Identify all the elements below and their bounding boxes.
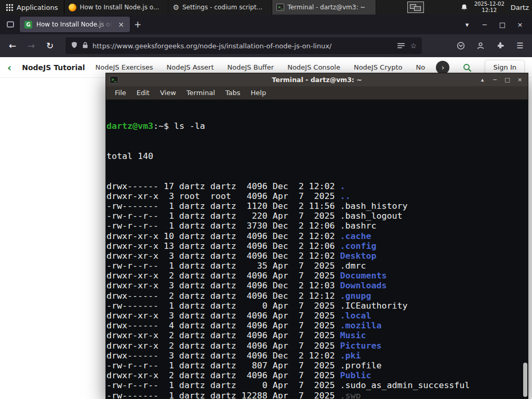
terminal-menubar: File Edit View Terminal Tabs Help — [106, 86, 528, 100]
lock-icon[interactable] — [82, 41, 88, 51]
user-menu[interactable]: Dartz — [511, 4, 529, 11]
file-name: .mozilla — [340, 321, 382, 330]
file-name: Documents — [340, 271, 387, 281]
menu-help[interactable]: Help — [246, 87, 271, 98]
terminal-listing-row: drwxr-xr-x 13 dartz dartz 4096 Dec 2 12:… — [107, 241, 528, 251]
firefox-view-button[interactable] — [3, 18, 18, 31]
terminal-shade-button[interactable]: ▴ — [478, 76, 487, 83]
taskbar-item-label: How to Install Node.js o... — [79, 4, 159, 11]
terminal-window: >_ Terminal - dartz@vm3: ~ ▴ − □ × File … — [105, 73, 528, 399]
prompt-user-host: dartz@vm3 — [107, 121, 153, 131]
panel-clock[interactable]: 2025-12-02 12:12 — [474, 1, 504, 14]
nav-scroll-right-button[interactable]: › — [436, 61, 449, 74]
terminal-listing-row: -rw------- 1 dartz dartz 1120 Dec 2 11:5… — [107, 201, 528, 211]
terminal-listing-row: drwxr-xr-x 3 root root 4096 Apr 7 2025 .… — [107, 191, 528, 201]
panel-status-area: 2025-12-02 12:12 Dartz — [460, 0, 532, 15]
url-bar[interactable]: https://www.geeksforgeeks.org/node-js/in… — [65, 37, 422, 54]
file-name: .dmrc — [340, 261, 366, 271]
menu-view[interactable]: View — [155, 87, 181, 98]
site-nav-brand[interactable]: NodeJS Tutorial — [22, 63, 85, 72]
nav-link-console[interactable]: NodeJS Console — [287, 63, 340, 71]
nav-link-exercises[interactable]: NodeJS Exercises — [96, 63, 153, 71]
tab-close-icon[interactable]: × — [117, 20, 125, 29]
tab-favicon: G — [24, 21, 32, 29]
new-tab-button[interactable]: + — [130, 17, 145, 32]
terminal-app-icon: >_ — [110, 76, 118, 84]
terminal-scrollbar-thumb[interactable] — [523, 363, 527, 397]
menu-file[interactable]: File — [110, 87, 131, 98]
prompt-suffix: :~$ — [153, 121, 174, 131]
notification-bell-icon[interactable] — [460, 4, 468, 11]
reader-mode-icon[interactable] — [397, 41, 405, 51]
back-button[interactable]: ← — [4, 37, 21, 54]
terminal-listing-row: -rw-r--r-- 1 dartz dartz 3730 Dec 2 12:0… — [107, 221, 528, 231]
nav-scroll-left-icon[interactable]: ‹ — [7, 62, 11, 73]
workspace-switcher[interactable] — [407, 2, 424, 13]
nav-link-assert[interactable]: NodeJS Assert — [167, 63, 214, 71]
extensions-puzzle-icon[interactable] — [493, 38, 508, 54]
nav-link-dns[interactable]: NodeJS DNS — [416, 63, 426, 71]
file-name: Pictures — [340, 341, 382, 351]
tab-title: How to Install Node.js on... — [36, 21, 113, 28]
terminal-titlebar[interactable]: >_ Terminal - dartz@vm3: ~ ▴ − □ × — [106, 73, 528, 86]
app-menu-icon[interactable]: ☰ — [512, 38, 528, 54]
terminal-listing-row: drwxr-xr-x 3 dartz dartz 4096 Dec 2 12:0… — [107, 281, 528, 290]
terminal-listing-row: -rw-r--r-- 1 dartz dartz 220 Apr 7 2025 … — [107, 211, 528, 221]
browser-toolbar: ← → ↻ https://www.geeksforgeeks.org/node… — [0, 34, 532, 57]
nav-link-buffer[interactable]: NodeJS Buffer — [228, 63, 274, 71]
applications-grid-icon — [6, 4, 13, 11]
tracking-shield-icon[interactable] — [71, 41, 78, 51]
menu-terminal[interactable]: Terminal — [182, 87, 220, 98]
terminal-listing-row: -rw------- 1 dartz dartz 12288 Apr 7 202… — [107, 391, 528, 398]
menu-tabs[interactable]: Tabs — [221, 87, 245, 98]
gear-icon: ⚙ — [172, 4, 179, 11]
window-minimize-button[interactable]: − — [476, 16, 494, 33]
file-name: .gnupg — [340, 291, 371, 301]
terminal-listing-row: -rw------- 1 dartz dartz 0 Apr 7 2025 .I… — [107, 301, 528, 311]
terminal-minimize-button[interactable]: − — [490, 76, 499, 83]
applications-menu-button[interactable]: Applications — [0, 0, 64, 15]
terminal-listing-row: drwx------ 17 dartz dartz 4096 Dec 2 12:… — [107, 181, 528, 191]
file-name: .sudo_as_admin_successful — [340, 380, 470, 390]
terminal-listing-row: -rw-r--r-- 1 dartz dartz 807 Apr 7 2025 … — [107, 361, 528, 370]
nav-link-crypto[interactable]: NodeJS Crypto — [354, 63, 403, 71]
forward-button[interactable]: → — [23, 37, 39, 54]
terminal-output[interactable]: dartz@vm3:~$ ls -la total 140 drwx------… — [106, 100, 528, 398]
file-name: .config — [340, 241, 377, 251]
file-name: Public — [340, 370, 371, 380]
menu-edit[interactable]: Edit — [132, 87, 154, 98]
terminal-scrollbar[interactable] — [522, 100, 528, 398]
terminal-close-button[interactable]: × — [515, 76, 524, 83]
terminal-prompt-line: dartz@vm3:~$ ls -la — [107, 121, 528, 131]
browser-tab-active[interactable]: G How to Install Node.js on... × — [20, 17, 130, 32]
window-close-button[interactable]: × — [511, 16, 529, 33]
taskbar-item-terminal[interactable]: >_ Terminal - dartz@vm3: ~ — [272, 0, 376, 15]
taskbar-item-settings[interactable]: ⚙ Settings - codium script... — [168, 0, 272, 15]
top-panel: Applications How to Install Node.js o...… — [0, 0, 532, 15]
pocket-icon[interactable] — [453, 38, 469, 54]
terminal-listing-row: drwx------ 4 dartz dartz 4096 Apr 7 2025… — [107, 321, 528, 330]
terminal-maximize-button[interactable]: □ — [503, 76, 512, 83]
file-name: .swp — [340, 391, 361, 398]
terminal-listing: drwx------ 17 dartz dartz 4096 Dec 2 12:… — [107, 181, 528, 398]
browser-tab-bar: G How to Install Node.js on... × + ▾ − □… — [0, 15, 532, 34]
firefox-icon — [69, 4, 76, 11]
terminal-listing-row: drwxr-xr-x 10 dartz dartz 4096 Dec 2 12:… — [107, 231, 528, 241]
clock-time: 12:12 — [482, 7, 497, 14]
window-maximize-button[interactable]: □ — [494, 16, 511, 33]
taskbar-item-browser[interactable]: How to Install Node.js o... — [64, 0, 168, 15]
terminal-listing-row: drwxr-xr-x 2 dartz dartz 4096 Apr 7 2025… — [107, 271, 528, 281]
list-all-tabs-icon[interactable]: ▾ — [458, 16, 476, 33]
file-name: . — [340, 181, 345, 191]
desktop: Applications How to Install Node.js o...… — [0, 0, 532, 399]
reload-button[interactable]: ↻ — [42, 37, 58, 54]
file-name: Downloads — [340, 281, 387, 290]
urlbar-page-actions: ☆ — [397, 41, 417, 51]
file-name: .cache — [340, 231, 371, 241]
bookmark-star-icon[interactable]: ☆ — [410, 42, 417, 50]
file-name: .bashrc — [340, 221, 377, 231]
terminal-listing-row: drwxr-xr-x 3 dartz dartz 4096 Dec 2 12:0… — [107, 251, 528, 261]
terminal-icon: >_ — [276, 4, 284, 11]
account-icon[interactable] — [473, 38, 488, 54]
terminal-window-controls: ▴ − □ × — [478, 76, 524, 83]
